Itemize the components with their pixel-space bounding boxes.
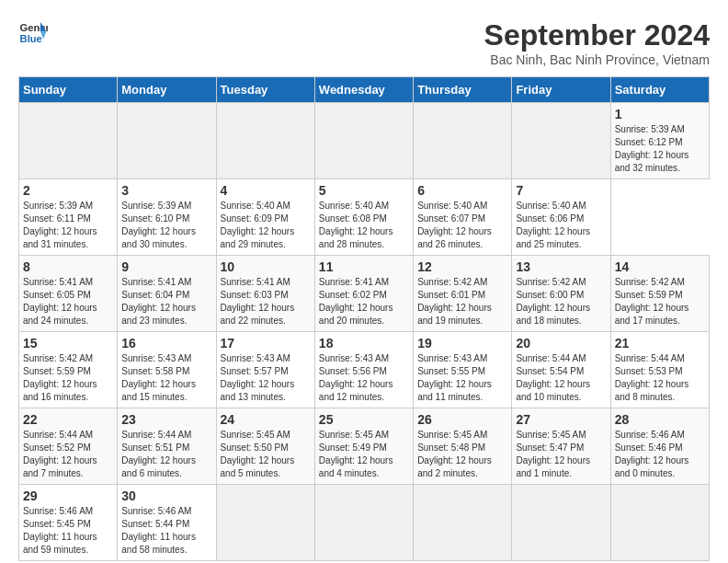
logo: General Blue	[18, 18, 48, 48]
calendar-week-5: 22Sunrise: 5:44 AMSunset: 5:52 PMDayligh…	[19, 408, 710, 485]
day-info: Sunrise: 5:39 AMSunset: 6:11 PMDaylight:…	[23, 200, 113, 251]
day-info: Sunrise: 5:42 AMSunset: 5:59 PMDaylight:…	[615, 276, 705, 327]
empty-cell	[19, 103, 118, 179]
calendar-day-13: 13Sunrise: 5:42 AMSunset: 6:00 PMDayligh…	[512, 256, 610, 332]
day-info: Sunrise: 5:43 AMSunset: 5:58 PMDaylight:…	[121, 352, 211, 404]
calendar-day-11: 11Sunrise: 5:41 AMSunset: 6:02 PMDayligh…	[314, 256, 413, 332]
day-header-monday: Monday	[118, 77, 216, 103]
day-number: 26	[417, 412, 507, 427]
day-number: 5	[319, 183, 409, 198]
day-info: Sunrise: 5:41 AMSunset: 6:04 PMDaylight:…	[121, 276, 211, 327]
calendar-day-26: 26Sunrise: 5:45 AMSunset: 5:48 PMDayligh…	[414, 408, 512, 485]
day-number: 11	[319, 259, 409, 274]
calendar-day-14: 14Sunrise: 5:42 AMSunset: 5:59 PMDayligh…	[610, 256, 709, 332]
day-number: 22	[23, 412, 113, 427]
calendar-day-18: 18Sunrise: 5:43 AMSunset: 5:56 PMDayligh…	[314, 332, 413, 408]
calendar-day-15: 15Sunrise: 5:42 AMSunset: 5:59 PMDayligh…	[19, 332, 118, 408]
calendar-day-7: 7Sunrise: 5:40 AMSunset: 6:06 PMDaylight…	[512, 179, 610, 256]
calendar-day-19: 19Sunrise: 5:43 AMSunset: 5:55 PMDayligh…	[414, 332, 512, 408]
day-number: 12	[417, 259, 507, 274]
calendar-week-4: 15Sunrise: 5:42 AMSunset: 5:59 PMDayligh…	[19, 332, 710, 408]
day-info: Sunrise: 5:40 AMSunset: 6:08 PMDaylight:…	[319, 200, 409, 251]
day-number: 4	[221, 183, 311, 198]
day-number: 7	[516, 183, 606, 198]
empty-cell	[314, 485, 413, 561]
empty-cell	[512, 103, 610, 179]
day-number: 18	[319, 336, 409, 350]
day-number: 6	[417, 183, 507, 198]
day-info: Sunrise: 5:45 AMSunset: 5:49 PMDaylight:…	[319, 429, 409, 480]
day-info: Sunrise: 5:43 AMSunset: 5:55 PMDaylight:…	[417, 352, 507, 404]
calendar-day-5: 5Sunrise: 5:40 AMSunset: 6:08 PMDaylight…	[314, 179, 413, 256]
calendar-day-27: 27Sunrise: 5:45 AMSunset: 5:47 PMDayligh…	[512, 408, 610, 485]
empty-cell	[610, 485, 709, 561]
day-info: Sunrise: 5:41 AMSunset: 6:02 PMDaylight:…	[319, 276, 409, 327]
day-info: Sunrise: 5:44 AMSunset: 5:51 PMDaylight:…	[121, 429, 211, 480]
day-info: Sunrise: 5:44 AMSunset: 5:54 PMDaylight:…	[516, 352, 606, 404]
calendar-day-21: 21Sunrise: 5:44 AMSunset: 5:53 PMDayligh…	[610, 332, 709, 408]
day-info: Sunrise: 5:44 AMSunset: 5:53 PMDaylight:…	[615, 352, 705, 404]
day-info: Sunrise: 5:43 AMSunset: 5:56 PMDaylight:…	[319, 352, 409, 404]
day-header-tuesday: Tuesday	[216, 77, 314, 103]
calendar-week-6: 29Sunrise: 5:46 AMSunset: 5:45 PMDayligh…	[19, 485, 710, 561]
svg-text:Blue: Blue	[20, 33, 42, 44]
day-number: 1	[615, 107, 705, 121]
day-info: Sunrise: 5:45 AMSunset: 5:47 PMDaylight:…	[516, 429, 606, 480]
empty-cell	[512, 485, 610, 561]
calendar-day-10: 10Sunrise: 5:41 AMSunset: 6:03 PMDayligh…	[216, 256, 314, 332]
calendar-day-29: 29Sunrise: 5:46 AMSunset: 5:45 PMDayligh…	[19, 485, 118, 561]
day-info: Sunrise: 5:42 AMSunset: 6:01 PMDaylight:…	[417, 276, 507, 327]
calendar-day-6: 6Sunrise: 5:40 AMSunset: 6:07 PMDaylight…	[414, 179, 512, 256]
day-info: Sunrise: 5:45 AMSunset: 5:50 PMDaylight:…	[221, 429, 311, 480]
day-info: Sunrise: 5:46 AMSunset: 5:46 PMDaylight:…	[615, 429, 705, 480]
day-info: Sunrise: 5:46 AMSunset: 5:44 PMDaylight:…	[121, 505, 211, 557]
calendar-week-1: 1Sunrise: 5:39 AMSunset: 6:12 PMDaylight…	[19, 103, 710, 179]
day-info: Sunrise: 5:40 AMSunset: 6:09 PMDaylight:…	[221, 200, 311, 251]
day-number: 17	[221, 336, 311, 350]
day-number: 13	[516, 259, 606, 274]
calendar-day-22: 22Sunrise: 5:44 AMSunset: 5:52 PMDayligh…	[19, 408, 118, 485]
day-info: Sunrise: 5:39 AMSunset: 6:12 PMDaylight:…	[615, 123, 705, 175]
title-block: September 2024 Bac Ninh, Bac Ninh Provin…	[484, 18, 710, 67]
day-number: 23	[121, 412, 211, 427]
page-title: September 2024	[484, 18, 710, 52]
day-number: 10	[221, 259, 311, 274]
day-info: Sunrise: 5:41 AMSunset: 6:05 PMDaylight:…	[23, 276, 113, 327]
day-number: 16	[121, 336, 211, 350]
calendar-day-4: 4Sunrise: 5:40 AMSunset: 6:09 PMDaylight…	[216, 179, 314, 256]
day-number: 25	[319, 412, 409, 427]
calendar-table: SundayMondayTuesdayWednesdayThursdayFrid…	[18, 76, 710, 561]
day-number: 8	[23, 259, 113, 274]
day-info: Sunrise: 5:46 AMSunset: 5:45 PMDaylight:…	[23, 505, 113, 557]
day-header-thursday: Thursday	[414, 77, 512, 103]
calendar-week-2: 2Sunrise: 5:39 AMSunset: 6:11 PMDaylight…	[19, 179, 710, 256]
day-header-saturday: Saturday	[610, 77, 709, 103]
day-number: 28	[615, 412, 705, 427]
day-info: Sunrise: 5:39 AMSunset: 6:10 PMDaylight:…	[121, 200, 211, 251]
day-number: 21	[615, 336, 705, 350]
day-number: 19	[417, 336, 507, 350]
day-number: 2	[23, 183, 113, 198]
day-info: Sunrise: 5:42 AMSunset: 5:59 PMDaylight:…	[23, 352, 113, 404]
calendar-day-25: 25Sunrise: 5:45 AMSunset: 5:49 PMDayligh…	[314, 408, 413, 485]
day-info: Sunrise: 5:44 AMSunset: 5:52 PMDaylight:…	[23, 429, 113, 480]
page-header: General Blue September 2024 Bac Ninh, Ba…	[18, 18, 710, 67]
empty-cell	[414, 103, 512, 179]
empty-cell	[314, 103, 413, 179]
day-info: Sunrise: 5:41 AMSunset: 6:03 PMDaylight:…	[221, 276, 311, 327]
calendar-day-12: 12Sunrise: 5:42 AMSunset: 6:01 PMDayligh…	[414, 256, 512, 332]
calendar-week-3: 8Sunrise: 5:41 AMSunset: 6:05 PMDaylight…	[19, 256, 710, 332]
day-number: 3	[121, 183, 211, 198]
calendar-day-23: 23Sunrise: 5:44 AMSunset: 5:51 PMDayligh…	[118, 408, 216, 485]
calendar-day-20: 20Sunrise: 5:44 AMSunset: 5:54 PMDayligh…	[512, 332, 610, 408]
day-number: 14	[615, 259, 705, 274]
day-number: 15	[23, 336, 113, 350]
day-header-wednesday: Wednesday	[314, 77, 413, 103]
calendar-day-30: 30Sunrise: 5:46 AMSunset: 5:44 PMDayligh…	[118, 485, 216, 561]
calendar-header-row: SundayMondayTuesdayWednesdayThursdayFrid…	[19, 77, 710, 103]
day-info: Sunrise: 5:40 AMSunset: 6:06 PMDaylight:…	[516, 200, 606, 251]
day-info: Sunrise: 5:45 AMSunset: 5:48 PMDaylight:…	[417, 429, 507, 480]
day-number: 9	[121, 259, 211, 274]
calendar-day-16: 16Sunrise: 5:43 AMSunset: 5:58 PMDayligh…	[118, 332, 216, 408]
day-number: 29	[23, 488, 113, 503]
